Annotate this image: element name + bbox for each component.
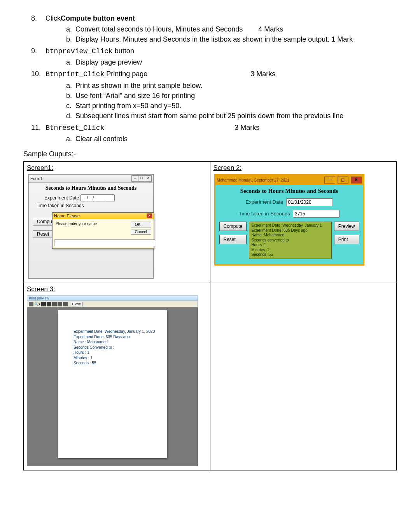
onepage-icon[interactable] (41, 302, 46, 306)
inputbox-prompt: Please enter your name (56, 222, 128, 235)
item-10: 10. Btnprint_Click Printing page 3 Marks… (31, 69, 397, 121)
name-inputbox: Name Please × Please enter your name OK … (52, 212, 154, 249)
print-preview-title: Print preview (27, 295, 198, 301)
inputbox-title: Name Please (54, 213, 80, 218)
threepage-icon[interactable] (52, 302, 57, 306)
item-8: 8. ClickCompute button event a.Convert t… (31, 13, 397, 44)
item-11: 11. Btnreset_Click 3 Marks a.Clear all c… (31, 122, 397, 144)
minimize-icon[interactable]: — (324, 177, 335, 184)
preview-page: Experiment Date :Wednesday, January 1, 2… (58, 310, 167, 458)
sixpage-icon[interactable] (63, 302, 68, 306)
screen2-label: Screen 2: (214, 164, 394, 172)
form1-window: Form1 – □ × Seconds to Hours Minutes and… (28, 174, 154, 279)
form2-title: Mohammed Monday, September 27, 2021 (217, 178, 290, 182)
experiment-date-input[interactable] (80, 194, 115, 201)
reset-button[interactable]: Reset (33, 230, 53, 238)
experiment-date-input[interactable] (286, 198, 333, 206)
print-button[interactable]: Print (334, 235, 359, 244)
form1-title: Form1 (30, 176, 43, 181)
output-listbox[interactable]: Experiment Date :Wednesday, January 1 Ex… (249, 222, 332, 259)
close-icon[interactable]: × (147, 213, 152, 218)
zoom-icon[interactable]: 🔍▾ (34, 302, 40, 306)
maximize-icon[interactable]: □ (138, 175, 145, 182)
ok-button[interactable]: OK (131, 222, 151, 227)
reset-button[interactable]: Reset (219, 235, 247, 244)
print-icon[interactable] (29, 302, 33, 306)
close-icon[interactable]: × (145, 175, 152, 182)
seconds-input[interactable] (293, 210, 340, 218)
minimize-icon[interactable]: – (131, 175, 138, 182)
name-textbox[interactable] (54, 240, 155, 246)
form2-window: Mohammed Monday, September 27, 2021 — ◻ … (214, 174, 364, 266)
item-9: 9. btnpreview_Click button a.Display pag… (31, 46, 397, 67)
screen1-label: Screen1: (27, 164, 207, 172)
screenshot-grid: Screen1: Form1 – □ × Seconds to Hours Mi… (23, 161, 397, 470)
instruction-list: 8. ClickCompute button event a.Convert t… (23, 13, 397, 144)
fourpage-icon[interactable] (58, 302, 62, 306)
twopage-icon[interactable] (47, 302, 51, 306)
sample-outputs-label: Sample Ouputs:- (23, 150, 397, 158)
app-header: Seconds to Hours Minutes and Seconds (33, 185, 149, 191)
screen3-label: Screen 3: (27, 285, 207, 293)
maximize-icon[interactable]: ◻ (338, 177, 348, 184)
preview-button[interactable]: Preview (334, 222, 359, 231)
close-preview-button[interactable]: Close (70, 302, 83, 306)
close-icon[interactable]: ✕ (351, 177, 362, 184)
print-preview-toolbar: 🔍▾ Close (27, 301, 198, 308)
app-header: Seconds to Hours Minutes and Seconds (219, 188, 359, 194)
print-preview-window: Print preview 🔍▾ Close Experiment Dat (27, 295, 198, 466)
cancel-button[interactable]: Cancel (131, 229, 151, 235)
compute-button[interactable]: Compute (219, 222, 247, 231)
